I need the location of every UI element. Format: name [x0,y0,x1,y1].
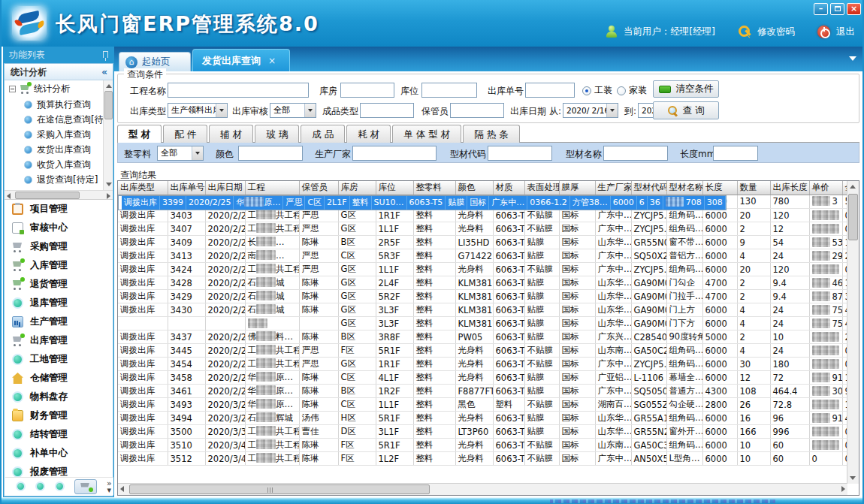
tree-item-1[interactable]: 在途信息查询[待 [5,112,113,127]
table-row[interactable]: G区3L3F整料KLM38176063-T5贴膜国标山东华…GA90M09.门下… [118,317,847,330]
material-tab-5[interactable]: 耗 材 [346,125,391,143]
overflow-chevron[interactable]: »▾ [107,480,112,493]
pin-icon[interactable] [103,51,108,58]
sidebar-section-header[interactable]: 统计分析 « [5,64,113,80]
sidebar-group-工地管理[interactable]: 工地管理 [5,350,113,369]
table-row[interactable]: 调拨出库34542020/2/28工共工程严思G区1R1F整料光身料6063-T… [118,358,847,371]
sidebar-group-出库管理[interactable]: 出库管理 [5,331,113,350]
table-row[interactable]: 调拨出库34092020/2/25长…陈琳B区2R5F整料LI35HD6063-… [118,236,847,249]
change-password-link[interactable]: 修改密码 [757,26,795,38]
column-header[interactable]: 出库日期 [205,181,245,195]
column-header[interactable]: 型材名称 [666,181,702,195]
project-name-input[interactable] [168,83,309,98]
table-row[interactable]: 调拨出库34302020/2/26石城陈琳G区3L3F整料KLM38176063… [118,303,847,317]
tree-root[interactable]: 统计分析 [5,80,113,97]
material-tab-6[interactable]: 单 体 型 材 [392,125,461,143]
mfr-input[interactable] [352,146,437,161]
table-row[interactable]: 调拨出库34452020/2/27工共工程严思F区5R1F整料光身料6063-T… [118,344,847,358]
column-header[interactable]: 单价 [809,181,842,195]
table-row[interactable]: 调拨出库34132020/2/26南…严思C区5R3F整料G714226063-… [118,249,847,263]
location-input[interactable] [421,83,477,98]
radio-jiazhuang[interactable]: 家装 [617,84,647,97]
column-header[interactable]: 保管员 [299,181,338,195]
date-from-select[interactable]: 2020/ 2/16 [563,103,618,118]
sidebar-group-退货管理[interactable]: 退货管理 [5,275,113,294]
material-tab-3[interactable]: 玻 璃 [255,125,299,143]
order-no-input[interactable] [525,83,575,98]
tree-vertical-scrollbar[interactable] [103,80,113,190]
material-tab-4[interactable]: 成 品 [301,125,345,143]
product-type-input[interactable] [360,103,414,118]
tree-item-2[interactable]: 采购入库查询 [5,127,113,142]
logout-link[interactable]: 退出 [836,26,855,38]
table-row[interactable]: 调拨出库35122020/3/4工共工程陈琳F区1L2F整料光身料6063-T5… [118,452,847,466]
column-header[interactable]: 长度 [702,181,737,195]
table-row[interactable]: 调拨出库34282020/2/26石城陈琳G区2L4F整料KLM38176063… [118,276,847,290]
table-row[interactable]: 调拨出库34242020/2/26工共工程严思G区1L1F整料光身料6063-T… [118,263,847,276]
keeper-input[interactable] [450,103,504,118]
column-header[interactable]: 颜色 [455,181,493,195]
tree-horizontal-scrollbar[interactable] [5,190,113,200]
table-row[interactable]: 调拨出库35002020/3/3工共工程曹佳D区3L1F整料LT3P606063… [118,425,847,439]
search-button[interactable]: 查 询 [653,101,719,119]
tree-item-0[interactable]: 预算执行查询 [5,97,113,112]
column-header[interactable]: 数量 [737,181,770,195]
table-row[interactable]: 调拨出库33992020/2/25华原…严思C区2L1F整料SU10…6063-… [118,195,727,210]
table-row[interactable]: 调拨出库34942020/3/2石辉城汤伟H区5R1F整料光身料6063-T5贴… [118,412,847,425]
collapsed-cart-button[interactable] [74,479,97,494]
table-row[interactable]: 调拨出库34372020/2/27佛料…陈琳B区3R8F整料PW056063-T… [118,330,847,344]
table-row[interactable]: 调拨出库34932020/3/2华原…陈琳C区1L1F整料黑色塑料不贴膜国标湖南… [118,398,847,412]
tree-item-5[interactable]: 退货查询[待定] [5,172,113,187]
table-row[interactable]: 调拨出库34582020/2/28华原…陈琳C区4L1F整料光身料6063-T5… [118,371,847,385]
sidebar-group-入库管理[interactable]: 入库管理 [5,256,113,275]
sidebar-group-项目管理[interactable]: 项目管理 [5,200,113,219]
sidebar-group-生产管理[interactable]: 生产管理 [5,312,113,331]
code-input[interactable] [488,146,552,161]
material-tab-1[interactable]: 配 件 [163,125,207,143]
column-header[interactable]: 生产厂家 [595,181,631,195]
whole-select[interactable]: 全部 [157,146,204,161]
table-row[interactable]: 调拨出库34292020/2/26石城陈琳G区5R2F整料KLM38176063… [118,290,847,303]
sidebar-group-补单中心[interactable]: 补单中心 [5,444,113,463]
column-header[interactable]: 型材代码 [631,181,666,195]
out-type-select[interactable]: 生产领料出库 [168,103,228,118]
material-tab-2[interactable]: 辅 材 [209,125,253,143]
maximize-button[interactable] [830,3,844,15]
table-row[interactable]: 调拨出库34612020/2/28华原…陈琳B区1R2F整料F8877FT606… [118,385,847,398]
table-row[interactable]: 调拨出库35102020/3/4工共工程陈琳F区5R1F整料光身料6063-T5… [118,439,847,452]
warehouse-input[interactable] [340,83,394,98]
column-header[interactable]: 表面处理 [524,181,559,195]
tree-item-3[interactable]: 发货出库查询 [5,142,113,157]
tab-close-icon[interactable]: × [268,56,276,66]
collapsed-item-icon[interactable] [55,481,65,491]
name-input[interactable] [603,146,668,161]
sidebar-group-退库管理[interactable]: 退库管理 [5,294,113,312]
column-header[interactable]: 库房 [338,181,376,195]
length-input[interactable] [713,146,758,161]
sidebar-group-物料盘存[interactable]: 物料盘存 [5,388,113,406]
collapsed-item-icon[interactable] [16,481,26,491]
material-tab-7[interactable]: 隔 热 条 [463,125,519,143]
audit-select[interactable]: 全部 [270,103,316,118]
collapse-icon[interactable]: « [101,64,107,80]
close-button[interactable]: × [847,3,861,15]
tab-shipping-outbound-query[interactable]: 发货出库查询 × [192,49,290,71]
color-input[interactable] [238,146,303,161]
tab-overflow-arrow-icon[interactable] [849,56,856,61]
column-header[interactable]: 整零料 [413,181,455,195]
column-header[interactable]: 材质 [493,181,524,195]
column-header[interactable]: 出库单号 [168,181,205,195]
clear-conditions-button[interactable]: 清空条件 [653,80,719,98]
column-header[interactable]: 工程 [245,181,299,195]
sidebar-group-仓储管理[interactable]: 仓储管理 [5,369,113,388]
minimize-button[interactable]: – [814,3,828,15]
table-row[interactable]: 调拨出库34032020/2/25工共工程严思G区1R1F整料光身料6063-T… [118,209,847,222]
collapsed-item-icon[interactable] [35,481,45,491]
column-header[interactable]: 膜厚 [559,181,595,195]
sidebar-group-财务管理[interactable]: 财务管理 [5,406,113,425]
tree-item-4[interactable]: 收货入库查询 [5,157,113,172]
table-row[interactable]: 调拨出库34072020/2/25工共工程严思G区1L1F整料光身料6063-T… [118,222,847,236]
column-header[interactable]: 库位 [376,181,413,195]
tree-expander-icon[interactable] [9,86,16,92]
radio-gongzhuang[interactable]: 工装 [582,84,612,97]
